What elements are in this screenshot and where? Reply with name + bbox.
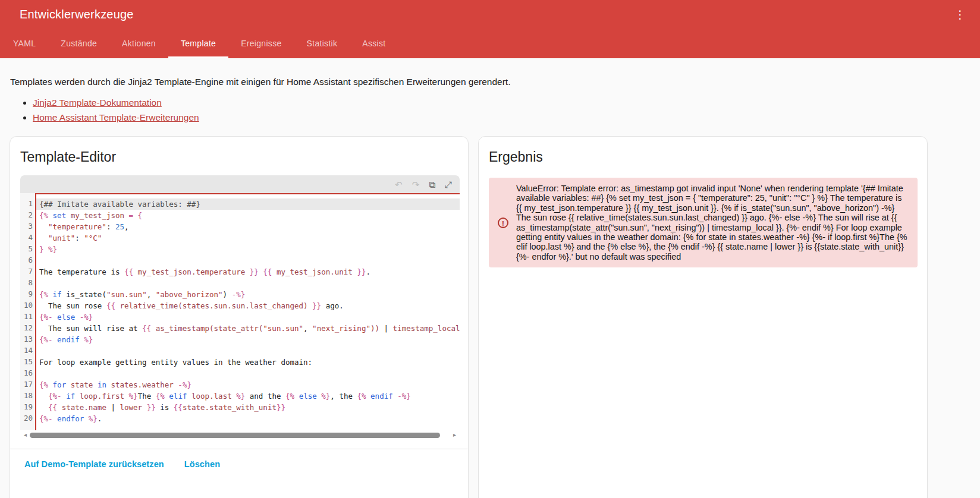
- code-token: )): [370, 324, 379, 333]
- code-line[interactable]: {%- endif %}: [36, 334, 460, 345]
- code-token: [366, 392, 371, 401]
- code-token: relative_time(states.sun.sun.last_change…: [115, 301, 312, 310]
- code-token: "next_rising": [312, 324, 370, 333]
- scrollbar-thumb[interactable]: [30, 433, 440, 438]
- editor-actions: Auf Demo-Template zurücksetzenLöschen: [20, 449, 458, 475]
- page-title: Entwicklerwerkzeuge: [20, 8, 134, 21]
- code-line[interactable]: {%- else -%}: [36, 311, 460, 323]
- line-number: 9: [20, 288, 33, 300]
- code-token: [53, 414, 58, 423]
- code-token: ,: [124, 222, 129, 231]
- tab-ereignisse[interactable]: Ereignisse: [228, 29, 294, 58]
- code-token: my_test_json.temperature: [133, 267, 250, 276]
- code-token: else: [299, 392, 317, 401]
- code-line[interactable]: "unit": "°C": [36, 232, 460, 244]
- code-token: |: [106, 403, 120, 412]
- code-token: {{: [124, 267, 133, 276]
- code-token: is_state(: [62, 290, 106, 299]
- code-token: [53, 335, 58, 344]
- code-line[interactable]: } %}: [36, 244, 460, 255]
- code-token: my_test_json: [71, 211, 124, 220]
- line-number-gutter: 1234567891011121314151617181920: [20, 193, 35, 430]
- line-number: 19: [20, 401, 33, 412]
- code-token: |: [379, 324, 393, 333]
- code-line[interactable]: "temperature": 25,: [36, 221, 460, 232]
- code-token: %}: [129, 392, 138, 401]
- code-line[interactable]: {%- if loop.first %}The {% elif loop.las…: [36, 390, 460, 402]
- code-token: [294, 392, 299, 401]
- doc-link-item: Jinja2 Template-Dokumentation: [33, 97, 970, 108]
- code-line[interactable]: {% set my_test_json = {: [36, 210, 460, 221]
- code-token: %}: [84, 335, 93, 344]
- code-line[interactable]: {## Imitate available variables: ##}: [36, 198, 460, 210]
- line-number: 18: [20, 390, 33, 401]
- tab-statistik[interactable]: Statistik: [294, 29, 350, 58]
- code-token: set: [53, 211, 67, 220]
- code-token: The: [138, 392, 156, 401]
- code-line[interactable]: The sun rose {{ relative_time(states.sun…: [36, 300, 460, 311]
- template-editor-card: Template-Editor ↶↷⧉⤢ 1234567891011121314…: [10, 136, 469, 498]
- line-number: 15: [20, 356, 33, 367]
- code-line[interactable]: [36, 368, 460, 379]
- code-line[interactable]: {{ state.name | lower }} is {{state.stat…: [36, 402, 460, 413]
- tab-zustände[interactable]: Zustände: [48, 29, 109, 58]
- code-token: {%: [357, 392, 366, 401]
- code-token: state.name: [62, 403, 106, 412]
- code-token: {%: [39, 290, 48, 299]
- line-number: 1: [20, 198, 33, 209]
- code-line[interactable]: [36, 278, 460, 289]
- expand-icon[interactable]: ⤢: [445, 180, 452, 189]
- code-token: [53, 313, 58, 322]
- code-token: -%}: [232, 290, 246, 299]
- code-token: "temperature": [48, 222, 106, 231]
- code-line[interactable]: For loop example getting entity values i…: [36, 357, 460, 368]
- scroll-left-icon[interactable]: ◂: [22, 432, 29, 438]
- code-line[interactable]: [36, 255, 460, 266]
- code-token: {%-: [39, 335, 53, 344]
- code-token: state.state_with_unit: [183, 403, 277, 412]
- copy-icon[interactable]: ⧉: [429, 180, 435, 189]
- link-jinja2-template-dokumentation[interactable]: Jinja2 Template-Dokumentation: [33, 97, 162, 108]
- code-token: [39, 222, 48, 231]
- code-token: }}: [357, 267, 366, 276]
- code-line[interactable]: The sun will rise at {{ as_timestamp(sta…: [36, 323, 460, 334]
- code-token: ,: [303, 324, 312, 333]
- auf-demo-template-zurücksetzen-button[interactable]: Auf Demo-Template zurücksetzen: [24, 459, 164, 469]
- code-token: The sun rose: [39, 301, 106, 310]
- code-line[interactable]: {%- endfor %}.: [36, 413, 460, 424]
- code-line[interactable]: [36, 345, 460, 357]
- app-bar: Entwicklerwerkzeuge ⋮ YAMLZuständeAktion…: [0, 0, 980, 58]
- code-token: [57, 403, 62, 412]
- code-line[interactable]: The temperature is {{ my_test_json.tempe…: [36, 266, 460, 278]
- code-token: {%-: [39, 414, 53, 423]
- horizontal-scrollbar: ◂ ▸: [20, 430, 460, 440]
- code-token: loop.first: [80, 392, 124, 401]
- code-token: [124, 392, 129, 401]
- code-token: :: [75, 234, 84, 242]
- code-token: [84, 414, 89, 423]
- scrollbar-track[interactable]: [29, 433, 451, 438]
- code-token: -%}: [397, 392, 411, 401]
- code-line[interactable]: {% for state in states.weather -%}: [36, 379, 460, 390]
- code-line[interactable]: {% if is_state("sun.sun", "above_horizon…: [36, 289, 460, 300]
- tab-assist[interactable]: Assist: [350, 29, 398, 58]
- scroll-right-icon[interactable]: ▸: [451, 432, 458, 438]
- code-token: {%-: [39, 313, 53, 322]
- tab-template[interactable]: Template: [168, 29, 228, 58]
- code-token: %}: [89, 414, 98, 423]
- tab-yaml[interactable]: YAML: [1, 29, 48, 58]
- error-message: ValueError: Template error: as_timestamp…: [516, 184, 909, 261]
- main-content: Templates werden durch die Jinja2 Templa…: [0, 58, 980, 498]
- alert-circle-icon: !: [498, 218, 508, 228]
- code-token: [75, 392, 80, 401]
- link-home-assistant-template-erweiterungen[interactable]: Home Assistant Template-Erweiterungen: [33, 112, 199, 122]
- editor-toolbar: ↶↷⧉⤢: [20, 175, 460, 193]
- code-token: {{: [106, 301, 115, 310]
- code-token: and the: [245, 392, 285, 401]
- code-token: if: [53, 290, 62, 299]
- code-token: in: [98, 380, 106, 389]
- löschen-button[interactable]: Löschen: [184, 459, 220, 469]
- code-content[interactable]: {## Imitate available variables: ##}{% s…: [35, 193, 460, 430]
- tab-aktionen[interactable]: Aktionen: [109, 29, 168, 58]
- kebab-menu-icon[interactable]: ⋮: [951, 7, 969, 23]
